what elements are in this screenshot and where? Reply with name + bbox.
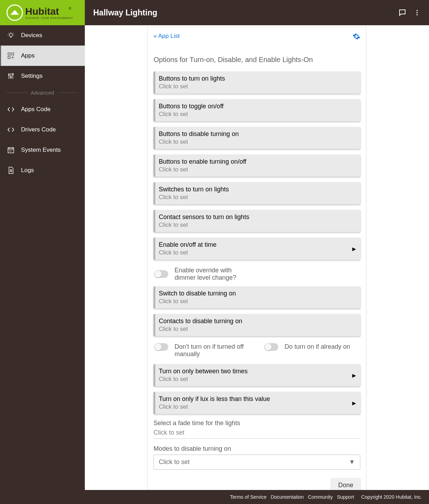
document-icon	[6, 166, 15, 174]
option-buttons-disable[interactable]: Buttons to disable turning on Click to s…	[154, 127, 360, 149]
option-contacts-disable[interactable]: Contacts to disable turning on Click to …	[154, 314, 360, 336]
sidebar-item-label: Apps Code	[21, 106, 50, 113]
option-lux-threshold[interactable]: Turn on only if lux is less than this va…	[154, 392, 360, 414]
sidebar-item-devices[interactable]: Devices	[0, 25, 85, 46]
svg-point-11	[12, 74, 14, 75]
footer: Terms of Service Documentation Community…	[0, 490, 429, 504]
svg-point-5	[9, 34, 12, 37]
toggle-do-turn-on-already-on-label: Do turn on if already on	[285, 343, 350, 350]
back-link[interactable]: « App List	[154, 33, 180, 40]
sidebar: Devices Apps Settings Advanced Apps Code	[0, 25, 85, 490]
code-icon	[6, 126, 15, 134]
modes-select[interactable]: Click to set ▼	[154, 455, 360, 470]
svg-point-9	[8, 74, 10, 76]
modes-label: Modes to disable turning on	[154, 445, 360, 452]
toggle-do-turn-on-already-on[interactable]	[264, 343, 278, 351]
sidebar-item-label: System Events	[21, 147, 61, 154]
option-between-two-times[interactable]: Turn on only between two times Click to …	[154, 364, 360, 386]
option-contact-sensors-turn-on[interactable]: Contact sensors to turn on lights Click …	[154, 210, 360, 232]
brand-tagline: ELEVATE YOUR ENVIRONMENT	[26, 17, 73, 19]
sidebar-item-label: Drivers Code	[21, 126, 56, 133]
apps-icon	[6, 52, 15, 60]
option-switch-disable[interactable]: Switch to disable turning on Click to se…	[154, 286, 360, 308]
gear-icon[interactable]	[353, 33, 360, 42]
svg-rect-8	[8, 56, 10, 59]
page-title: Hallway Lighting	[85, 0, 398, 25]
sidebar-item-system-events[interactable]: System Events	[0, 140, 85, 160]
option-enable-at-time[interactable]: Enable on/off at time Click to set ▶	[154, 238, 360, 260]
sidebar-item-label: Logs	[21, 167, 34, 174]
sidebar-item-apps-code[interactable]: Apps Code	[0, 99, 85, 120]
sidebar-item-label: Devices	[21, 32, 42, 39]
sidebar-item-settings[interactable]: Settings	[0, 66, 85, 86]
footer-copyright: Copyright 2020 Hubitat, Inc.	[361, 494, 422, 500]
section-heading: Options for Turn-on, Disable, and Enable…	[154, 56, 360, 64]
chevron-right-icon: ▶	[352, 400, 356, 406]
brand-logo[interactable]: Hubitat ELEVATE YOUR ENVIRONMENT ®	[0, 0, 85, 25]
fade-time-field[interactable]: Select a fade time for the lights Click …	[154, 420, 360, 439]
chevron-right-icon: ▶	[352, 373, 356, 378]
sidebar-item-apps[interactable]: Apps	[0, 46, 85, 66]
toggle-dont-turn-on-manual[interactable]	[154, 343, 168, 351]
option-buttons-toggle[interactable]: Buttons to toggle on/off Click to set	[154, 99, 360, 121]
sidebar-item-drivers-code[interactable]: Drivers Code	[0, 120, 85, 140]
toggle-dont-turn-on-manual-label: Don't turn on if turned off manually	[175, 343, 250, 358]
brand-name: Hubitat	[25, 6, 59, 17]
bulb-icon	[6, 32, 15, 39]
svg-text:®: ®	[69, 7, 72, 11]
sidebar-item-logs[interactable]: Logs	[0, 160, 85, 181]
svg-rect-6	[8, 53, 10, 55]
option-buttons-turn-on[interactable]: Buttons to turn on lights Click to set	[154, 71, 360, 94]
chevron-right-icon: ▶	[352, 246, 356, 252]
footer-link-support[interactable]: Support	[337, 494, 354, 500]
footer-link-community[interactable]: Community	[308, 494, 333, 500]
footer-link-docs[interactable]: Documentation	[271, 494, 304, 500]
footer-link-tos[interactable]: Terms of Service	[230, 494, 266, 500]
chevron-down-icon: ▼	[349, 458, 355, 466]
svg-point-10	[10, 76, 12, 78]
sidebar-item-label: Apps	[21, 52, 35, 59]
comment-icon[interactable]	[398, 8, 407, 17]
toggle-enable-override[interactable]	[154, 270, 168, 278]
app-options-card: « App List Options for Turn-on, Disable,…	[148, 27, 366, 500]
toggle-enable-override-label: Enable override with dimmer level change…	[175, 267, 252, 281]
option-buttons-enable[interactable]: Buttons to enable turning on/off Click t…	[154, 155, 360, 177]
sidebar-item-label: Settings	[21, 73, 42, 80]
svg-point-3	[416, 12, 418, 13]
more-icon[interactable]	[414, 9, 421, 16]
sliders-icon	[6, 72, 15, 80]
svg-point-2	[416, 10, 418, 11]
option-switches-turn-on[interactable]: Switches to turn on lights Click to set	[154, 182, 360, 204]
svg-point-4	[416, 14, 418, 15]
code-icon	[6, 105, 15, 113]
svg-rect-7	[12, 53, 14, 55]
calendar-icon	[6, 146, 15, 154]
sidebar-advanced-divider: Advanced	[0, 86, 85, 99]
